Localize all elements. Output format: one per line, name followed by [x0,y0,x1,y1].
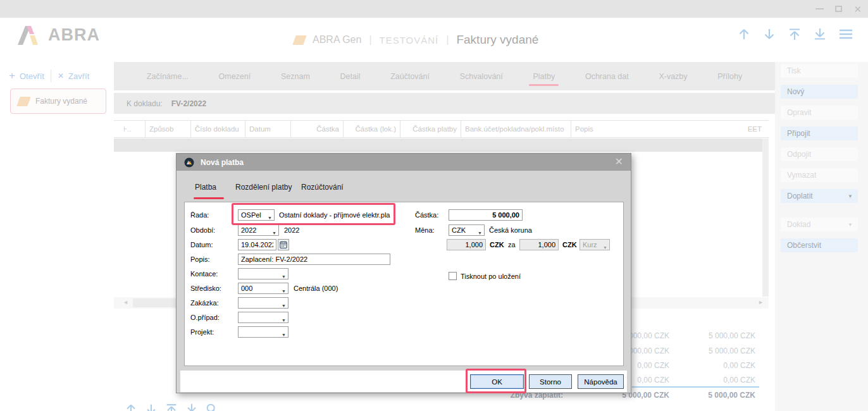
napoveda-button[interactable]: Nápověda [578,374,624,389]
storno-button[interactable]: Storno [529,374,572,389]
tisknout-checkbox-label: Tisknout po uložení [461,271,521,282]
dialog-tab-platba[interactable]: Platba [195,183,216,192]
dialog-tab-rozuctovani[interactable]: Rozúčtování [301,183,344,192]
popis-input[interactable] [238,254,390,265]
obdobi-combobox[interactable]: 2022 ▼ [238,224,279,236]
dialog-titlebar: Nová platba ✕ [177,154,631,171]
annotation-highlight-ok [466,369,526,393]
obdobi-description: 2022 [284,224,299,236]
annotation-highlight-rada [232,203,395,225]
calendar-icon[interactable] [278,239,289,250]
mena-label: Měna: [415,224,435,236]
app-window: ✕ ABRA ABRA Gen | TESTOVÁNÍ | Faktury vy… [0,0,868,411]
dialog-tab-rozdeleni-platby[interactable]: Rozdělení platby [235,183,292,192]
tisknout-checkbox[interactable] [449,272,457,280]
chevron-down-icon: ▼ [603,243,607,253]
kurz-left-unit: CZK [490,239,504,250]
chevron-down-icon: ▼ [282,301,286,311]
dialog-active-tab-underline [194,197,224,199]
obdobi-label: Období: [190,224,215,236]
zakazka-combobox[interactable]: ▼ [238,297,288,309]
stredisko-combobox[interactable]: 000 ▼ [238,283,288,294]
kurz-right-input [519,239,559,250]
chevron-down-icon: ▼ [478,228,482,238]
zakazka-label: Zakázka: [190,297,219,309]
chevron-down-icon: ▼ [282,316,286,326]
nova-platba-dialog: Nová platba ✕ Platba Rozdělení platby Ro… [176,153,631,393]
dialog-title: Nová platba [201,158,244,167]
kurz-za-label: za [508,239,516,250]
castka-label: Čás­tka: [415,209,438,221]
datum-label: Datum: [190,239,213,250]
kontace-label: Kontace: [190,268,218,279]
mena-combobox[interactable]: CZK ▼ [449,224,485,236]
kontace-combobox[interactable]: ▼ [238,268,288,279]
chevron-down-icon: ▼ [282,286,286,297]
abra-dialog-icon [184,157,194,168]
projekt-combobox[interactable]: ▼ [238,326,288,338]
stredisko-description: Centrála (000) [294,283,338,294]
projekt-label: Projekt: [190,326,214,338]
kurz-right-unit: CZK [562,239,577,250]
chevron-down-icon: ▼ [272,228,276,238]
castka-input[interactable] [449,209,523,221]
mena-description: Česká koruna [489,224,532,236]
datum-input[interactable] [238,239,276,250]
rada-label: Řada: [190,209,209,221]
kurz-combobox: Kurz ▼ [580,239,610,250]
opripad-label: O.případ: [190,312,220,323]
popis-label: Popis: [190,254,210,265]
dialog-button-row: OK Storno Nápověda [180,371,627,392]
opripad-combobox[interactable]: ▼ [238,312,288,323]
chevron-down-icon: ▼ [282,272,286,282]
stredisko-label: Středisko: [190,283,221,294]
kurz-left-input [447,239,486,250]
dialog-close-icon[interactable]: ✕ [615,156,623,168]
chevron-down-icon: ▼ [282,330,286,340]
